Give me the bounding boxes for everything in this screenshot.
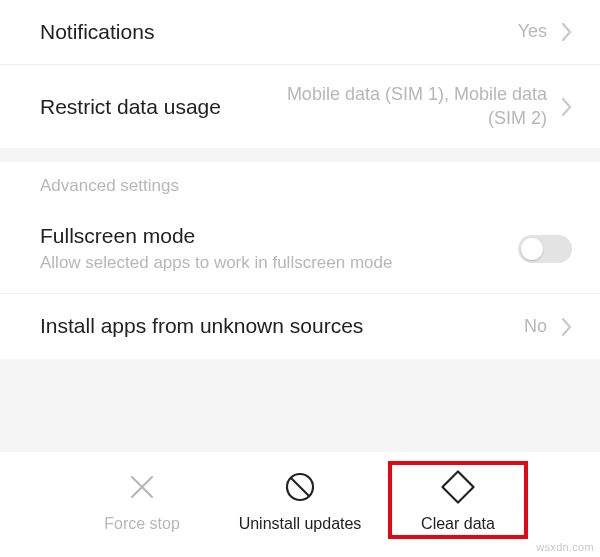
row-title: Notifications (40, 18, 506, 46)
ban-icon (283, 467, 317, 507)
settings-list: Notifications Yes Restrict data usage Mo… (0, 0, 600, 359)
row-install-unknown[interactable]: Install apps from unknown sources No (0, 294, 600, 358)
section-header-advanced: Advanced settings (0, 162, 600, 204)
row-title: Fullscreen mode (40, 222, 506, 250)
action-label: Uninstall updates (239, 515, 362, 533)
uninstall-updates-button[interactable]: Uninstall updates (230, 461, 370, 539)
eraser-icon (440, 467, 476, 507)
row-value: Mobile data (SIM 1), Mobile data (SIM 2) (247, 83, 547, 130)
row-value: No (524, 315, 547, 338)
bottom-action-bar: Force stop Uninstall updates Clear data (0, 452, 600, 557)
row-value: Yes (518, 20, 547, 43)
close-icon (126, 467, 158, 507)
action-label: Clear data (421, 515, 495, 533)
toggle-fullscreen[interactable] (518, 235, 572, 263)
force-stop-button: Force stop (72, 461, 212, 539)
chevron-right-icon (561, 317, 572, 337)
row-restrict-data[interactable]: Restrict data usage Mobile data (SIM 1),… (0, 65, 600, 148)
chevron-right-icon (561, 97, 572, 117)
clear-data-button[interactable]: Clear data (388, 461, 528, 539)
action-label: Force stop (104, 515, 180, 533)
row-title: Restrict data usage (40, 93, 235, 121)
row-title: Install apps from unknown sources (40, 312, 512, 340)
row-fullscreen-mode[interactable]: Fullscreen mode Allow selected apps to w… (0, 204, 600, 294)
watermark-text: wsxdn.com (536, 541, 594, 553)
toggle-knob (521, 238, 543, 260)
chevron-right-icon (561, 22, 572, 42)
svg-rect-1 (442, 471, 473, 502)
row-subtitle: Allow selected apps to work in fullscree… (40, 252, 506, 275)
row-notifications[interactable]: Notifications Yes (0, 0, 600, 65)
section-divider (0, 148, 600, 162)
